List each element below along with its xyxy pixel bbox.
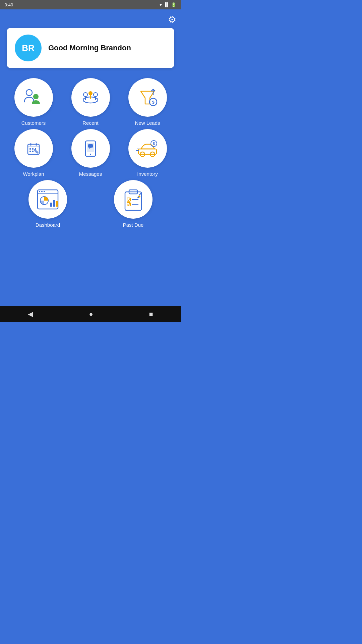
svg-rect-24 bbox=[88, 144, 93, 148]
time: 9:40 bbox=[5, 2, 13, 7]
svg-point-4 bbox=[88, 91, 93, 95]
svg-rect-27 bbox=[138, 149, 157, 154]
inventory-label: Inventory bbox=[137, 171, 158, 177]
workplan-icon bbox=[22, 137, 45, 160]
recent-icon bbox=[79, 86, 102, 109]
svg-point-5 bbox=[94, 93, 98, 97]
svg-rect-21 bbox=[32, 151, 34, 152]
past-due-circle bbox=[114, 180, 153, 219]
workplan-label: Workplan bbox=[23, 171, 44, 177]
customers-circle bbox=[14, 78, 53, 117]
battery-icon: 🔋 bbox=[171, 2, 176, 7]
svg-rect-17 bbox=[29, 148, 31, 150]
customers-label: Customers bbox=[21, 120, 46, 126]
status-bar: 9:40 ▾ ▐▌ 🔋 bbox=[0, 0, 181, 9]
svg-rect-42 bbox=[56, 201, 58, 207]
svg-point-3 bbox=[83, 93, 87, 97]
inventory-circle: $ bbox=[128, 129, 167, 168]
svg-point-38 bbox=[44, 191, 45, 192]
new-leads-icon: $ bbox=[136, 86, 159, 109]
messages-icon bbox=[79, 137, 102, 160]
customers-button[interactable]: Customers bbox=[8, 78, 59, 126]
recent-circle bbox=[71, 78, 110, 117]
workplan-circle bbox=[14, 129, 53, 168]
svg-rect-40 bbox=[50, 203, 52, 207]
svg-point-37 bbox=[41, 191, 43, 192]
svg-point-36 bbox=[39, 191, 40, 192]
dashboard-button[interactable]: Dashboard bbox=[23, 180, 73, 228]
dashboard-circle bbox=[28, 180, 67, 219]
messages-button[interactable]: Messages bbox=[65, 129, 116, 177]
past-due-label: Past Due bbox=[123, 222, 144, 228]
inventory-icon: $ bbox=[136, 137, 159, 160]
svg-rect-41 bbox=[53, 200, 55, 207]
svg-text:$: $ bbox=[152, 100, 155, 105]
bottom-nav: ◀ ● ■ bbox=[0, 306, 181, 322]
new-leads-circle: $ bbox=[128, 78, 167, 117]
recent-button[interactable]: Recent bbox=[65, 78, 116, 126]
svg-rect-18 bbox=[32, 148, 34, 150]
menu-row-1: Customers Recent bbox=[7, 78, 174, 126]
past-due-icon bbox=[119, 185, 147, 214]
recent-label: Recent bbox=[82, 120, 99, 126]
home-button[interactable]: ● bbox=[89, 310, 93, 318]
svg-point-0 bbox=[26, 90, 32, 96]
greeting-card: BR Good Morning Brandon bbox=[7, 28, 174, 68]
past-due-button[interactable]: Past Due bbox=[108, 180, 159, 228]
messages-circle bbox=[71, 129, 110, 168]
svg-point-26 bbox=[90, 154, 91, 155]
dashboard-label: Dashboard bbox=[36, 222, 60, 228]
new-leads-label: New Leads bbox=[135, 120, 160, 126]
inventory-button[interactable]: $ Inventory bbox=[122, 129, 173, 177]
settings-button[interactable]: ⚙ bbox=[168, 14, 176, 25]
new-leads-button[interactable]: $ New Leads bbox=[122, 78, 173, 126]
signal-icon: ▐▌ bbox=[164, 2, 169, 7]
menu-row-3: Dashboard bbox=[7, 180, 174, 228]
back-button[interactable]: ◀ bbox=[28, 310, 33, 318]
svg-point-1 bbox=[33, 94, 39, 99]
wifi-icon: ▾ bbox=[160, 2, 162, 7]
menu-row-2: Workplan Messages bbox=[7, 129, 174, 177]
svg-text:$: $ bbox=[153, 142, 155, 146]
greeting-text: Good Morning Brandon bbox=[48, 44, 131, 52]
recents-button[interactable]: ■ bbox=[149, 310, 153, 318]
header: ⚙ bbox=[0, 9, 181, 28]
menu-grid: Customers Recent bbox=[0, 75, 181, 231]
status-icons: ▾ ▐▌ 🔋 bbox=[160, 2, 176, 7]
svg-rect-20 bbox=[29, 151, 31, 152]
customers-icon bbox=[22, 86, 45, 109]
workplan-button[interactable]: Workplan bbox=[8, 129, 59, 177]
messages-label: Messages bbox=[79, 171, 102, 177]
avatar: BR bbox=[15, 35, 42, 61]
dashboard-icon bbox=[34, 185, 62, 214]
